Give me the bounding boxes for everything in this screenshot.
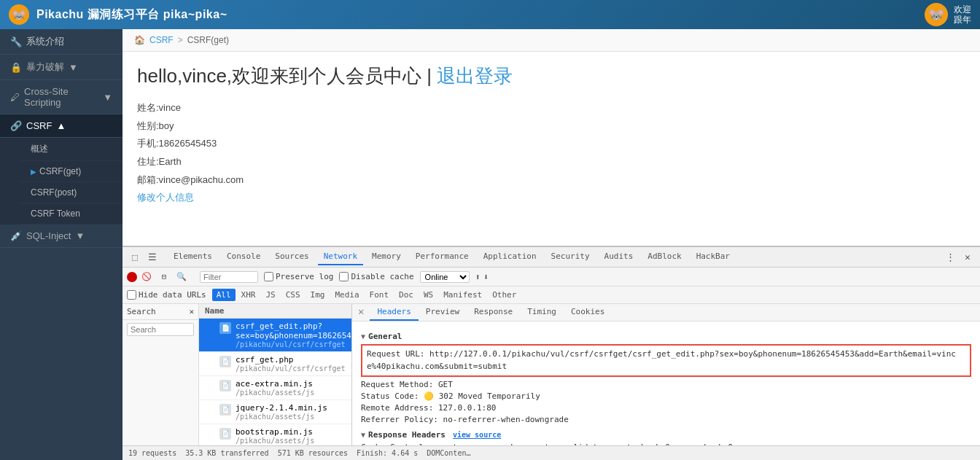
- file-info: csrf_get.php /pikachu/vul/csrf/csrfget: [236, 355, 346, 373]
- greeting-text: hello,vince,欢迎来到个人会员中心: [137, 65, 421, 87]
- tab-network[interactable]: Network: [318, 249, 363, 265]
- file-item-jquery[interactable]: 📄 jquery-2.1.4.min.js /pikachu/assets/js: [199, 400, 351, 424]
- email-field: 邮箱:vince@pikachu.com: [137, 171, 965, 190]
- type-filter-js[interactable]: JS: [261, 289, 279, 301]
- phone-field: 手机:18626545453: [137, 135, 965, 153]
- search-panel: Search ✕: [122, 304, 199, 445]
- file-item-csrf-get[interactable]: 📄 csrf_get.php /pikachu/vul/csrf/csrfget: [199, 352, 351, 376]
- tab-audits[interactable]: Audits: [599, 249, 639, 265]
- devtools-panel: ⬚ ☰ Elements Console Sources Network Mem…: [122, 246, 980, 460]
- type-filter-media[interactable]: Media: [330, 289, 363, 301]
- disable-cache-checkbox[interactable]: Disable cache: [339, 272, 413, 281]
- content-area: 🏠 CSRF > CSRF(get) hello,vince,欢迎来到个人会员中…: [122, 29, 980, 460]
- file-info: jquery-2.1.4.min.js /pikachu/assets/js: [236, 403, 327, 421]
- tab-sources[interactable]: Sources: [269, 249, 314, 265]
- tab-memory[interactable]: Memory: [366, 249, 407, 265]
- status-value: 302 Moved Temporarily: [439, 391, 540, 401]
- status-row: Status Code: 🟡 302 Moved Temporarily: [361, 391, 971, 401]
- breadcrumb-csrf[interactable]: CSRF: [149, 35, 174, 45]
- search-icon[interactable]: 🔍: [174, 269, 190, 285]
- tab-hackbar[interactable]: HackBar: [691, 249, 736, 265]
- details-content: ▼ General Request URL: http://127.0.0.1/…: [352, 321, 980, 445]
- sidebar-item-system-intro[interactable]: 🔧 系统介绍: [0, 29, 122, 55]
- file-item-csrf-get-edit[interactable]: 📄 csrf_get_edit.php?sex=boy&phonenum=186…: [199, 319, 351, 352]
- referrer-row: Referrer Policy: no-referrer-when-downgr…: [361, 415, 971, 424]
- preserve-log-label: Preserve log: [276, 272, 333, 281]
- details-tabs: ✕ Headers Preview Response Timing Cookie…: [352, 304, 980, 321]
- type-filter-doc[interactable]: Doc: [394, 289, 418, 301]
- type-filter-manifest[interactable]: Manifest: [439, 289, 486, 301]
- details-tab-cookies[interactable]: Cookies: [564, 304, 612, 321]
- preserve-log-check[interactable]: [264, 272, 273, 281]
- record-button[interactable]: [127, 272, 137, 282]
- details-tab-timing[interactable]: Timing: [520, 304, 564, 321]
- type-filter-xhr[interactable]: XHR: [237, 289, 260, 301]
- tab-elements[interactable]: Elements: [168, 249, 218, 265]
- type-filter-img[interactable]: Img: [306, 289, 330, 301]
- search-box-input[interactable]: [127, 323, 194, 336]
- close-details-icon[interactable]: ✕: [358, 305, 364, 321]
- file-path: /pikachu/assets/js: [236, 437, 314, 445]
- user-area: 🐭 欢迎跟年: [925, 3, 971, 26]
- tab-console[interactable]: Console: [221, 249, 266, 265]
- sidebar: 🔧 系统介绍 🔒 暴力破解 ▼ 🖊 Cross-Site Scripting ▼…: [0, 29, 122, 460]
- details-tab-headers[interactable]: Headers: [370, 304, 418, 321]
- section-collapse-icon: ▼: [361, 431, 365, 439]
- chevron-down-icon: ▼: [69, 62, 78, 73]
- type-filter-other[interactable]: Other: [488, 289, 521, 301]
- network-filter-bar: 🚫 ⊟ 🔍 Preserve log Disable cache Online …: [122, 268, 980, 286]
- close-devtools-icon[interactable]: ✕: [960, 249, 976, 265]
- logout-link[interactable]: 退出登录: [437, 65, 513, 87]
- type-filter-ws[interactable]: WS: [419, 289, 438, 301]
- devtools-toggle-icon[interactable]: ⬚: [127, 249, 143, 265]
- status-dot-icon: 🟡: [424, 391, 434, 401]
- view-source-link[interactable]: view source: [453, 431, 501, 439]
- general-section-header[interactable]: ▼ General: [361, 332, 971, 341]
- chevron-up-icon: ▲: [56, 120, 66, 131]
- file-item-bootstrap[interactable]: 📄 bootstrap.min.js /pikachu/assets/js: [199, 424, 351, 445]
- sidebar-sub-csrf-token[interactable]: CSRF Token: [20, 203, 122, 225]
- sidebar-item-sql-inject[interactable]: 💉 SQL-Inject ▼: [0, 225, 122, 248]
- sidebar-sub-csrf-post[interactable]: CSRF(post): [20, 182, 122, 203]
- tab-application[interactable]: Application: [478, 249, 542, 265]
- request-details: ✕ Headers Preview Response Timing Cookie…: [352, 304, 980, 445]
- tab-security[interactable]: Security: [545, 249, 596, 265]
- upload-icon[interactable]: ⬆: [475, 272, 481, 282]
- sidebar-sub-csrf-get[interactable]: ▶ CSRF(get): [20, 161, 122, 182]
- preserve-log-checkbox[interactable]: Preserve log: [264, 272, 333, 281]
- tab-performance[interactable]: Performance: [410, 249, 475, 265]
- filter-icon[interactable]: ⊟: [156, 269, 172, 285]
- request-url-value: http://127.0.0.1/pikachu/vul/csrf/csrfge…: [367, 349, 956, 371]
- hide-data-urls-check[interactable]: [127, 290, 136, 300]
- close-search-icon[interactable]: ✕: [189, 307, 194, 316]
- throttle-select[interactable]: Online Fast 3G Slow 3G Offline: [420, 271, 470, 283]
- details-tab-preview[interactable]: Preview: [419, 304, 467, 321]
- sidebar-item-brute-force[interactable]: 🔒 暴力破解 ▼: [0, 55, 122, 80]
- tab-adblock[interactable]: AdBlock: [642, 249, 687, 265]
- details-tab-response[interactable]: Response: [467, 304, 520, 321]
- more-options-icon[interactable]: ⋮: [942, 249, 958, 265]
- file-name: csrf_get_edit.php?sex=boy&phonenum=18626…: [236, 321, 352, 340]
- top-header: 🐭 Pikachu 漏洞练习平台 pika~pika~ 🐭 欢迎跟年: [0, 0, 980, 29]
- devtools-elements-icon[interactable]: ☰: [144, 249, 160, 265]
- hide-data-urls-checkbox[interactable]: Hide data URLs: [127, 290, 206, 300]
- disable-cache-check[interactable]: [339, 272, 349, 281]
- response-headers-section[interactable]: ▼ Response Headers view source: [361, 430, 971, 440]
- download-icon[interactable]: ⬇: [483, 272, 489, 282]
- sidebar-item-csrf[interactable]: 🔗 CSRF ▲: [0, 114, 122, 138]
- type-filter-css[interactable]: CSS: [281, 289, 305, 301]
- main-layout: 🔧 系统介绍 🔒 暴力破解 ▼ 🖊 Cross-Site Scripting ▼…: [0, 29, 980, 460]
- remote-label: Remote Address:: [361, 403, 433, 413]
- file-item-ace-extra[interactable]: 📄 ace-extra.min.js /pikachu/assets/js: [199, 376, 351, 400]
- type-filter-all[interactable]: All: [212, 289, 236, 301]
- edit-profile-link[interactable]: 修改个人信息: [137, 192, 194, 203]
- type-filter-font[interactable]: Font: [365, 289, 394, 301]
- sidebar-sub-overview[interactable]: 概述: [20, 138, 122, 161]
- file-path: /pikachu/assets/js: [236, 413, 327, 421]
- file-icon: 📄: [219, 380, 231, 391]
- response-headers-label: Response Headers: [368, 430, 446, 440]
- network-filter-input[interactable]: [200, 271, 258, 283]
- sidebar-item-xss[interactable]: 🖊 Cross-Site Scripting ▼: [0, 80, 122, 114]
- clear-button[interactable]: 🚫: [139, 269, 155, 285]
- welcome-text: 欢迎跟年: [954, 4, 971, 26]
